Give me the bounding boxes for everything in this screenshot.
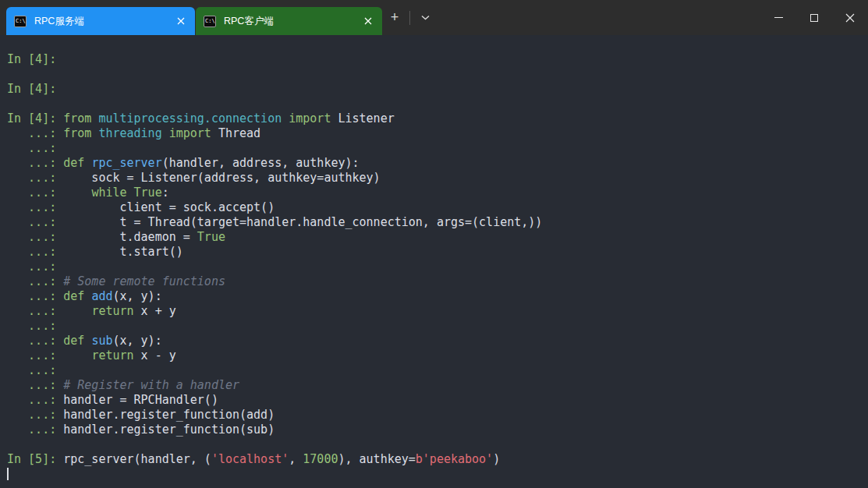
terminal-line: ...: xyxy=(7,141,863,156)
tab-strip: C:\ RPC服务端 C:\ RPC客户端 xyxy=(0,0,382,35)
divider xyxy=(409,11,410,25)
close-window-button[interactable] xyxy=(832,0,868,35)
terminal-line: ...: handler.register_function(sub) xyxy=(7,423,863,437)
window-controls xyxy=(760,0,868,35)
minimize-icon xyxy=(774,17,783,18)
terminal-line: ...: sock = Listener(address, authkey=au… xyxy=(7,171,863,186)
title-bar: C:\ RPC服务端 C:\ RPC客户端 + xyxy=(0,0,868,35)
terminal-line: ...: while True: xyxy=(7,186,863,200)
terminal-line: ...: return x - y xyxy=(7,348,863,363)
terminal-line xyxy=(7,467,863,482)
terminal-line: ...: # Register with a handler xyxy=(7,378,863,393)
terminal-line: ...: # Some remote functions xyxy=(7,274,863,289)
maximize-button[interactable] xyxy=(796,0,832,35)
close-icon xyxy=(845,13,855,23)
terminal-line: ...: t.daemon = True xyxy=(7,230,863,245)
terminal-output[interactable]: In [4]:In [4]:In [4]: from multiprocessi… xyxy=(0,35,868,488)
minimize-button[interactable] xyxy=(760,0,796,35)
new-tab-button[interactable]: + xyxy=(382,7,407,29)
tab-title: RPC服务端 xyxy=(34,15,172,28)
terminal-line: In [5]: rpc_server(handler, ('localhost'… xyxy=(7,452,863,467)
close-icon[interactable] xyxy=(172,12,190,30)
terminal-line: ...: def rpc_server(handler, address, au… xyxy=(7,156,863,171)
terminal-line: In [4]: xyxy=(7,52,863,67)
tab-rpc-server[interactable]: C:\ RPC服务端 xyxy=(6,7,195,35)
terminal-line xyxy=(7,437,863,452)
terminal-line: In [4]: xyxy=(7,82,863,97)
terminal-line: ...: def add(x, y): xyxy=(7,289,863,304)
terminal-line: ...: handler = RPCHandler() xyxy=(7,393,863,408)
tab-title: RPC客户端 xyxy=(224,15,360,28)
close-icon[interactable] xyxy=(360,12,377,30)
terminal-line xyxy=(7,97,863,111)
terminal-line: ...: xyxy=(7,260,863,274)
cmd-icon: C:\ xyxy=(204,16,216,27)
tab-rpc-client[interactable]: C:\ RPC客户端 xyxy=(196,7,382,35)
terminal-line: ...: xyxy=(7,363,863,378)
terminal-line: ...: client = sock.accept() xyxy=(7,200,863,215)
terminal-line: ...: t = Thread(target=handler.handle_co… xyxy=(7,215,863,230)
cmd-icon: C:\ xyxy=(14,16,27,27)
terminal-line: ...: return x + y xyxy=(7,304,863,319)
terminal-line: ...: def sub(x, y): xyxy=(7,334,863,348)
terminal-line: ...: handler.register_function(add) xyxy=(7,408,863,423)
terminal-line xyxy=(7,67,863,82)
terminal-line: In [4]: from multiprocessing.connection … xyxy=(7,111,863,126)
terminal-line: ...: xyxy=(7,319,863,334)
maximize-icon xyxy=(810,14,818,22)
chevron-down-icon[interactable] xyxy=(413,7,438,29)
terminal-line: ...: from threading import Thread xyxy=(7,126,863,141)
terminal-line: ...: t.start() xyxy=(7,245,863,260)
text-cursor xyxy=(7,468,9,480)
titlebar-drag-area xyxy=(438,0,760,35)
